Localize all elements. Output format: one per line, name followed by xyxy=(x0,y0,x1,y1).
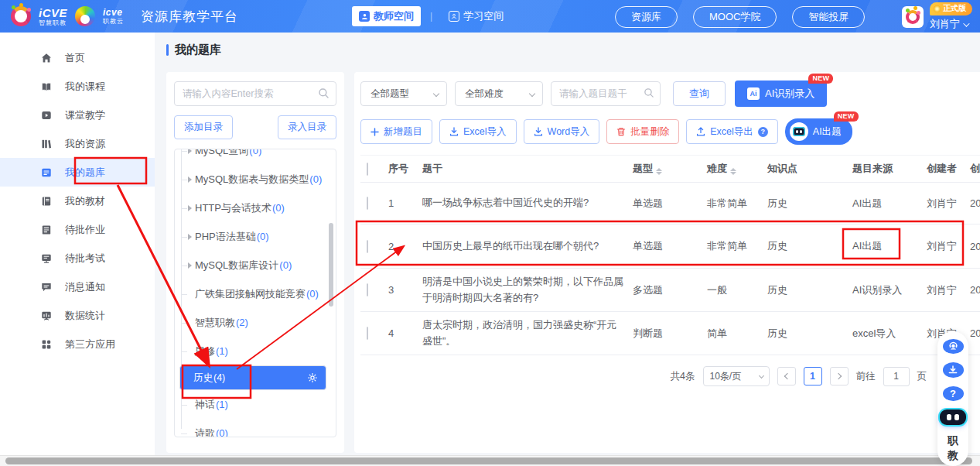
row-checkbox[interactable] xyxy=(367,240,368,253)
ai-generate-button[interactable]: AI出题 NEW xyxy=(785,118,852,145)
new-badge: NEW xyxy=(834,111,859,122)
sidebar-item-home[interactable]: 首页 xyxy=(0,43,155,72)
student-space-icon xyxy=(449,11,459,22)
question-type-select[interactable]: 全部题型 xyxy=(360,81,447,106)
tree-item[interactable]: 诗歌(0) xyxy=(175,419,336,437)
tree-item[interactable]: 广铁集团接触网技能竞赛(0) xyxy=(175,279,336,308)
tree-item[interactable]: 思修(1) xyxy=(175,337,336,365)
sidebar-item-messages[interactable]: 消息通知 xyxy=(0,272,155,301)
excel-export-button[interactable]: Excel导出 ? xyxy=(686,119,778,144)
user-area[interactable]: 正式版 刘肖宁 xyxy=(902,2,972,31)
goto-page-input[interactable] xyxy=(883,367,910,386)
upload-icon xyxy=(696,127,705,136)
top-header: iCVE 智慧职教 icve 职教云 资源库教学平台 教师空间 | xyxy=(0,0,980,33)
next-page-button[interactable] xyxy=(830,367,849,385)
sidebar-item-classroom[interactable]: 课堂教学 xyxy=(0,101,155,129)
goto-label: 前往 xyxy=(856,370,876,383)
query-button[interactable]: 查询 xyxy=(673,81,726,106)
excel-import-button[interactable]: Excel导入 xyxy=(439,119,517,144)
avatar[interactable] xyxy=(902,6,924,28)
add-directory-button[interactable]: 添加目录 xyxy=(174,115,233,139)
sort-icon[interactable] xyxy=(656,168,662,175)
entry-directory-button[interactable]: 录入目录 xyxy=(278,115,336,139)
sidebar: 首页 我的课程 课堂教学 我的资源 我的题库 我的教材 待批作业 待批考试 xyxy=(0,33,155,455)
student-space-tab[interactable]: 学习空间 xyxy=(442,6,510,26)
directory-search-input[interactable] xyxy=(174,81,336,106)
ai-recognize-import-button[interactable]: Ai AI识别录入 NEW xyxy=(735,81,827,107)
table-row[interactable]: 4 唐太宗时期，政治清明，国力强盛史称“开元盛世”。 判断题 简单 历史 exc… xyxy=(360,312,980,355)
batch-delete-button[interactable]: 批量删除 xyxy=(606,119,679,144)
sort-icon[interactable] xyxy=(730,168,736,175)
app-window: iCVE 智慧职教 icve 职教云 资源库教学平台 教师空间 | xyxy=(0,0,980,466)
expand-arrow-icon[interactable] xyxy=(188,205,192,211)
sidebar-item-textbooks[interactable]: 我的教材 xyxy=(0,187,155,215)
help-question-icon[interactable]: ? xyxy=(943,386,964,401)
select-all-checkbox[interactable] xyxy=(367,163,368,176)
tree-item[interactable]: 神话(1) xyxy=(175,390,336,419)
tree-scrollbar[interactable] xyxy=(329,223,333,307)
ai-chip-icon: Ai xyxy=(747,87,760,100)
customer-support-icon[interactable] xyxy=(943,339,964,354)
table-row[interactable]: 3 明清是中国小说史上的繁荣时期，以下作品属于明清时期四大名著的有? 多选题 一… xyxy=(360,269,980,312)
download-center-icon[interactable] xyxy=(943,362,964,377)
table-row-highlighted[interactable]: 2 中国历史上最早的纸币出现在哪个朝代? 单选题 非常简单 历史 AI出题 刘肖… xyxy=(360,224,980,269)
sidebar-item-question-bank[interactable]: 我的题库 xyxy=(0,158,155,187)
horizontal-scrollbar xyxy=(0,455,980,466)
sidebar-item-exams[interactable]: 待批考试 xyxy=(0,244,155,272)
expand-arrow-icon[interactable] xyxy=(188,176,192,183)
help-icon[interactable]: ? xyxy=(758,127,768,137)
sidebar-item-resources[interactable]: 我的资源 xyxy=(0,129,155,158)
app-title: 资源库教学平台 xyxy=(141,8,238,26)
smart-cast-link[interactable]: 智能投屏 xyxy=(792,6,865,28)
tree-item[interactable]: MySQL数据库设计(0) xyxy=(175,251,336,279)
sidebar-item-homework[interactable]: 待批作业 xyxy=(0,215,155,244)
sidebar-item-statistics[interactable]: 数据统计 xyxy=(0,301,155,330)
current-page-button[interactable]: 1 xyxy=(804,367,822,385)
directory-search xyxy=(174,81,336,106)
tree-item[interactable]: HTTP与会话技术(0) xyxy=(175,194,336,222)
statistics-board-icon xyxy=(40,310,53,322)
teacher-space-tab[interactable]: 教师空间 xyxy=(352,6,421,26)
question-stem: 哪一场战争标志着中国近代史的开端? xyxy=(422,195,633,211)
sidebar-item-third-party[interactable]: 第三方应用 xyxy=(0,330,155,358)
tree-item-selected-history[interactable]: 历史(4) xyxy=(179,365,326,390)
scrollbar-thumb[interactable] xyxy=(5,457,972,464)
row-checkbox[interactable] xyxy=(367,197,368,210)
home-icon xyxy=(40,52,53,64)
nav-separator: | xyxy=(430,11,432,22)
expand-arrow-icon[interactable] xyxy=(188,149,192,154)
pagination: 共4条 10条/页 1 前往 页 xyxy=(360,366,980,386)
word-import-button[interactable]: Word导入 xyxy=(524,119,600,144)
ai-assistant-robot-icon[interactable] xyxy=(940,409,966,425)
tree-item[interactable]: PHP语法基础(0) xyxy=(175,222,336,251)
user-name[interactable]: 刘肖宁 xyxy=(930,17,968,31)
page-size-select[interactable]: 10条/页 xyxy=(703,366,770,386)
table-row[interactable]: 1 哪一场战争标志着中国近代史的开端? 单选题 非常简单 历史 AI出题 刘肖宁… xyxy=(360,183,980,224)
col-type[interactable]: 题型 xyxy=(633,162,707,176)
col-difficulty[interactable]: 难度 xyxy=(707,162,767,176)
sidebar-item-courses[interactable]: 我的课程 xyxy=(0,72,155,101)
expand-arrow-icon[interactable] xyxy=(188,234,192,240)
new-badge: NEW xyxy=(808,74,833,84)
filter-row: 全部题型 全部难度 查询 Ai AI识别录入 NEW xyxy=(360,80,980,108)
homework-doc-icon xyxy=(40,224,53,236)
add-question-button[interactable]: 新增题目 xyxy=(360,119,432,144)
tree-item[interactable]: 智慧职教(2) xyxy=(175,308,336,337)
medal-icon xyxy=(934,5,941,12)
difficulty-select[interactable]: 全部难度 xyxy=(455,81,543,106)
row-checkbox[interactable] xyxy=(367,327,368,340)
resource-library-link[interactable]: 资源库 xyxy=(615,6,678,28)
chevron-down-icon xyxy=(433,91,439,97)
prev-page-button[interactable] xyxy=(777,367,796,385)
directory-panel: 添加目录 录入目录 MySQL查询(0) MySQL数据表与数据类型(0) HT… xyxy=(166,72,344,453)
table-header-row: 序号 题干 题型 难度 知识点 题目来源 创建者 创建时间 xyxy=(360,155,980,183)
gear-icon[interactable] xyxy=(307,372,318,383)
tree-item[interactable]: MySQL数据表与数据类型(0) xyxy=(175,165,336,194)
robot-icon xyxy=(790,122,808,141)
col-creator: 创建者 xyxy=(927,162,970,176)
expand-arrow-icon[interactable] xyxy=(188,262,192,269)
tree-item[interactable]: MySQL查询(0) xyxy=(175,149,336,165)
row-checkbox[interactable] xyxy=(367,283,368,296)
brand-area: iCVE 智慧职教 icve 职教云 资源库教学平台 xyxy=(11,6,238,26)
mooc-academy-link[interactable]: MOOC学院 xyxy=(693,6,777,28)
